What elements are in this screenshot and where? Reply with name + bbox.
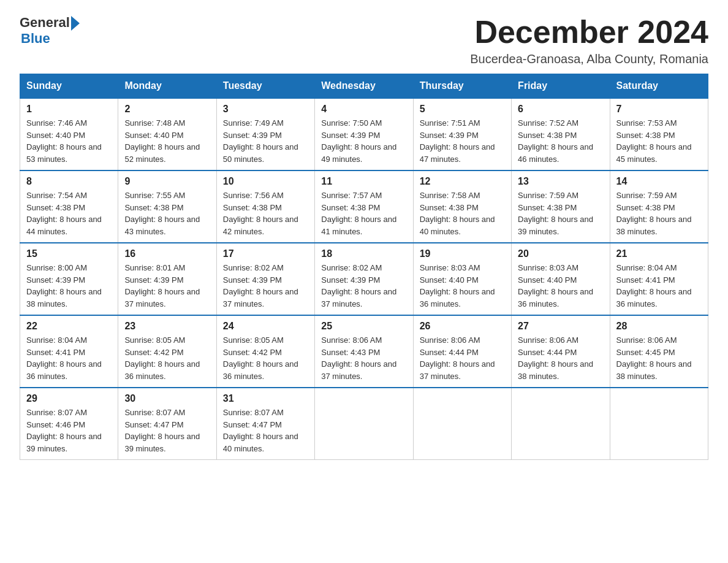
calendar-day-header: Thursday	[413, 74, 511, 99]
location-subtitle: Bucerdea-Granoasa, Alba County, Romania	[470, 52, 708, 66]
day-info: Sunrise: 8:06 AMSunset: 4:43 PMDaylight:…	[321, 334, 406, 382]
calendar-week-row: 8Sunrise: 7:54 AMSunset: 4:38 PMDaylight…	[20, 170, 708, 243]
logo: General Blue	[20, 15, 80, 47]
day-info: Sunrise: 7:52 AMSunset: 4:38 PMDaylight:…	[518, 117, 603, 165]
logo-arrow-icon	[71, 16, 80, 31]
calendar-day-cell	[512, 388, 610, 460]
calendar-day-cell: 4Sunrise: 7:50 AMSunset: 4:39 PMDaylight…	[315, 98, 413, 170]
day-info: Sunrise: 8:02 AMSunset: 4:39 PMDaylight:…	[223, 262, 308, 310]
day-info: Sunrise: 7:59 AMSunset: 4:38 PMDaylight:…	[616, 190, 702, 237]
day-number: 9	[124, 176, 210, 187]
logo-blue-text: Blue	[21, 31, 50, 47]
day-number: 24	[223, 321, 308, 332]
calendar-day-cell	[413, 388, 511, 460]
calendar-week-row: 22Sunrise: 8:04 AMSunset: 4:41 PMDayligh…	[20, 315, 708, 388]
day-info: Sunrise: 8:00 AMSunset: 4:39 PMDaylight:…	[26, 262, 112, 310]
day-number: 17	[223, 248, 308, 259]
day-info: Sunrise: 8:06 AMSunset: 4:44 PMDaylight:…	[518, 334, 603, 382]
day-info: Sunrise: 8:04 AMSunset: 4:41 PMDaylight:…	[26, 334, 112, 382]
calendar-day-cell: 19Sunrise: 8:03 AMSunset: 4:40 PMDayligh…	[413, 243, 511, 315]
calendar-day-cell: 20Sunrise: 8:03 AMSunset: 4:40 PMDayligh…	[512, 243, 610, 315]
day-info: Sunrise: 8:07 AMSunset: 4:47 PMDaylight:…	[223, 407, 308, 454]
calendar-day-cell: 7Sunrise: 7:53 AMSunset: 4:38 PMDaylight…	[610, 98, 708, 170]
calendar-week-row: 1Sunrise: 7:46 AMSunset: 4:40 PMDaylight…	[20, 98, 708, 170]
calendar-day-cell: 17Sunrise: 8:02 AMSunset: 4:39 PMDayligh…	[216, 243, 314, 315]
calendar-day-cell: 16Sunrise: 8:01 AMSunset: 4:39 PMDayligh…	[118, 243, 216, 315]
day-info: Sunrise: 8:02 AMSunset: 4:39 PMDaylight:…	[321, 262, 406, 310]
day-number: 2	[124, 104, 210, 115]
day-info: Sunrise: 7:49 AMSunset: 4:39 PMDaylight:…	[223, 117, 308, 165]
day-number: 23	[124, 321, 210, 332]
day-info: Sunrise: 8:06 AMSunset: 4:44 PMDaylight:…	[420, 334, 505, 382]
calendar-day-cell: 21Sunrise: 8:04 AMSunset: 4:41 PMDayligh…	[610, 243, 708, 315]
calendar-day-cell: 28Sunrise: 8:06 AMSunset: 4:45 PMDayligh…	[610, 315, 708, 388]
day-number: 11	[321, 176, 406, 187]
day-info: Sunrise: 8:07 AMSunset: 4:47 PMDaylight:…	[124, 407, 210, 454]
calendar-day-header: Tuesday	[216, 74, 314, 99]
day-number: 30	[124, 393, 210, 404]
title-block: December 2024 Bucerdea-Granoasa, Alba Co…	[470, 15, 708, 66]
calendar-day-cell: 27Sunrise: 8:06 AMSunset: 4:44 PMDayligh…	[512, 315, 610, 388]
day-info: Sunrise: 8:06 AMSunset: 4:45 PMDaylight:…	[616, 334, 702, 382]
calendar-week-row: 15Sunrise: 8:00 AMSunset: 4:39 PMDayligh…	[20, 243, 708, 315]
calendar-day-cell	[315, 388, 413, 460]
calendar-day-cell: 30Sunrise: 8:07 AMSunset: 4:47 PMDayligh…	[118, 388, 216, 460]
day-number: 5	[420, 104, 505, 115]
calendar-day-cell	[610, 388, 708, 460]
day-info: Sunrise: 8:03 AMSunset: 4:40 PMDaylight:…	[518, 262, 603, 310]
day-info: Sunrise: 8:03 AMSunset: 4:40 PMDaylight:…	[420, 262, 505, 310]
day-info: Sunrise: 7:53 AMSunset: 4:38 PMDaylight:…	[616, 117, 702, 165]
calendar-day-cell: 22Sunrise: 8:04 AMSunset: 4:41 PMDayligh…	[20, 315, 118, 388]
day-info: Sunrise: 8:04 AMSunset: 4:41 PMDaylight:…	[616, 262, 702, 310]
calendar-day-cell: 31Sunrise: 8:07 AMSunset: 4:47 PMDayligh…	[216, 388, 314, 460]
day-number: 16	[124, 248, 210, 259]
calendar-day-header: Monday	[118, 74, 216, 99]
day-number: 29	[26, 393, 112, 404]
day-info: Sunrise: 8:05 AMSunset: 4:42 PMDaylight:…	[124, 334, 210, 382]
calendar-day-cell: 1Sunrise: 7:46 AMSunset: 4:40 PMDaylight…	[20, 98, 118, 170]
month-year-title: December 2024	[470, 15, 708, 50]
calendar-day-cell: 10Sunrise: 7:56 AMSunset: 4:38 PMDayligh…	[216, 170, 314, 243]
day-number: 12	[420, 176, 505, 187]
day-number: 4	[321, 104, 406, 115]
day-info: Sunrise: 7:48 AMSunset: 4:40 PMDaylight:…	[124, 117, 210, 165]
calendar-day-cell: 18Sunrise: 8:02 AMSunset: 4:39 PMDayligh…	[315, 243, 413, 315]
day-number: 18	[321, 248, 406, 259]
day-number: 20	[518, 248, 603, 259]
day-number: 8	[26, 176, 112, 187]
day-info: Sunrise: 7:46 AMSunset: 4:40 PMDaylight:…	[26, 117, 112, 165]
day-number: 15	[26, 248, 112, 259]
day-number: 10	[223, 176, 308, 187]
day-number: 21	[616, 248, 702, 259]
calendar-day-cell: 12Sunrise: 7:58 AMSunset: 4:38 PMDayligh…	[413, 170, 511, 243]
calendar-day-header: Sunday	[20, 74, 118, 99]
calendar-table: SundayMondayTuesdayWednesdayThursdayFrid…	[20, 74, 708, 460]
day-info: Sunrise: 7:54 AMSunset: 4:38 PMDaylight:…	[26, 190, 112, 237]
day-number: 14	[616, 176, 702, 187]
calendar-day-cell: 23Sunrise: 8:05 AMSunset: 4:42 PMDayligh…	[118, 315, 216, 388]
calendar-day-header: Wednesday	[315, 74, 413, 99]
day-info: Sunrise: 7:57 AMSunset: 4:38 PMDaylight:…	[321, 190, 406, 237]
calendar-day-cell: 24Sunrise: 8:05 AMSunset: 4:42 PMDayligh…	[216, 315, 314, 388]
page-header: General Blue December 2024 Bucerdea-Gran…	[20, 15, 708, 66]
calendar-day-cell: 2Sunrise: 7:48 AMSunset: 4:40 PMDaylight…	[118, 98, 216, 170]
calendar-week-row: 29Sunrise: 8:07 AMSunset: 4:46 PMDayligh…	[20, 388, 708, 460]
day-number: 1	[26, 104, 112, 115]
calendar-day-cell: 26Sunrise: 8:06 AMSunset: 4:44 PMDayligh…	[413, 315, 511, 388]
calendar-day-cell: 25Sunrise: 8:06 AMSunset: 4:43 PMDayligh…	[315, 315, 413, 388]
day-info: Sunrise: 7:59 AMSunset: 4:38 PMDaylight:…	[518, 190, 603, 237]
day-info: Sunrise: 7:55 AMSunset: 4:38 PMDaylight:…	[124, 190, 210, 237]
day-info: Sunrise: 8:05 AMSunset: 4:42 PMDaylight:…	[223, 334, 308, 382]
day-number: 31	[223, 393, 308, 404]
calendar-day-cell: 13Sunrise: 7:59 AMSunset: 4:38 PMDayligh…	[512, 170, 610, 243]
day-number: 27	[518, 321, 603, 332]
calendar-day-cell: 15Sunrise: 8:00 AMSunset: 4:39 PMDayligh…	[20, 243, 118, 315]
day-info: Sunrise: 7:50 AMSunset: 4:39 PMDaylight:…	[321, 117, 406, 165]
day-info: Sunrise: 8:01 AMSunset: 4:39 PMDaylight:…	[124, 262, 210, 310]
day-number: 26	[420, 321, 505, 332]
calendar-day-header: Saturday	[610, 74, 708, 99]
calendar-day-cell: 6Sunrise: 7:52 AMSunset: 4:38 PMDaylight…	[512, 98, 610, 170]
day-number: 3	[223, 104, 308, 115]
calendar-day-cell: 29Sunrise: 8:07 AMSunset: 4:46 PMDayligh…	[20, 388, 118, 460]
day-info: Sunrise: 7:56 AMSunset: 4:38 PMDaylight:…	[223, 190, 308, 237]
